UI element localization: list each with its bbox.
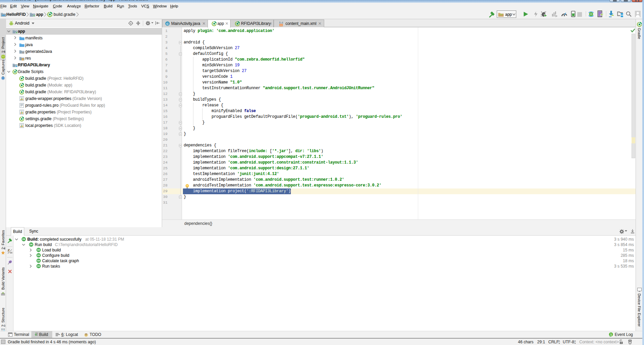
svg-text:C: C [166, 22, 169, 26]
svg-text:1: 1 [610, 333, 612, 336]
svg-text:10: 10 [36, 334, 38, 336]
svg-text:T: T [621, 342, 622, 344]
svg-text:<>: <> [280, 24, 282, 26]
svg-text:ab: ab [10, 251, 12, 254]
